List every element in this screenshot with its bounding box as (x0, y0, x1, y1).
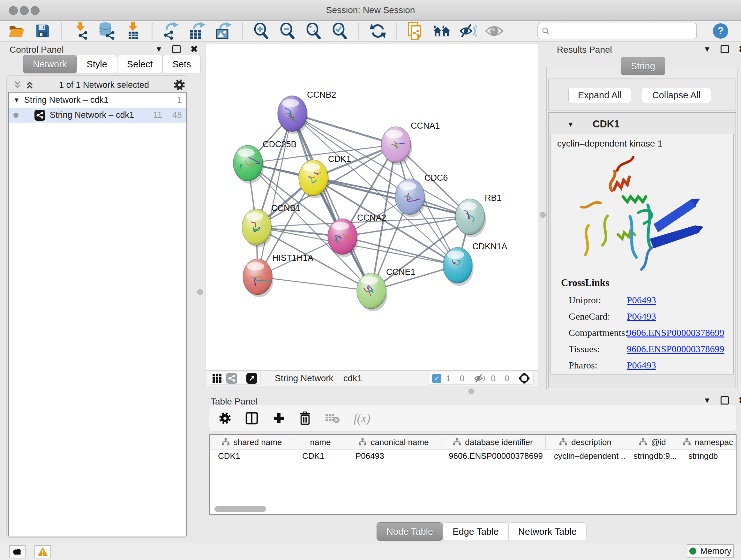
memory-button[interactable]: Memory (687, 544, 734, 558)
cloud-status-button[interactable] (9, 545, 25, 558)
table-row[interactable]: CDK1CDK1P064939606.ENSP00000378699cyclin… (210, 450, 736, 462)
table-cell[interactable]: P06493 (347, 451, 441, 461)
network-view-share-icon[interactable] (226, 373, 237, 384)
column-header-canonical-name[interactable]: canonical name (347, 435, 441, 449)
houses-button[interactable] (433, 22, 451, 40)
split-columns-icon[interactable] (245, 412, 259, 425)
tab-node-table[interactable]: Node Table (377, 522, 443, 541)
import-table-button[interactable] (124, 22, 142, 40)
selected-checkbox-icon[interactable]: ✓ (432, 374, 441, 383)
crosslink-link[interactable]: P06493 (627, 311, 656, 322)
zoom-selected-button[interactable] (331, 22, 349, 40)
import-network-database-button[interactable] (98, 22, 116, 40)
expand-all-button[interactable]: Expand All (568, 87, 631, 103)
delete-column-trash-icon[interactable] (299, 412, 311, 425)
network-node-rb1[interactable]: RB1 (455, 193, 502, 237)
control-panel-window-controls: ▼ ✖ (155, 45, 198, 54)
collapse-panel-icon[interactable]: ▼ (155, 45, 163, 54)
node-table[interactable]: shared namenamecanonical namedatabase id… (209, 434, 737, 515)
show-all-button[interactable] (485, 22, 503, 40)
table-settings-gear-icon[interactable] (219, 412, 231, 424)
table-cell[interactable]: stringdb (680, 451, 736, 461)
tab-network-table[interactable]: Network Table (509, 522, 587, 541)
import-network-file-button[interactable] (72, 22, 90, 40)
close-panel-icon[interactable]: ✖ (190, 46, 198, 52)
column-header-label: @id (651, 437, 666, 447)
export-image-button[interactable] (214, 22, 232, 40)
section-collapse-arrow-icon[interactable]: ▼ (567, 120, 574, 129)
zoom-in-button[interactable] (253, 22, 270, 40)
birdseye-crosshair-icon[interactable] (519, 373, 530, 384)
tab-select[interactable]: Select (117, 55, 163, 73)
detach-view-icon[interactable] (246, 373, 257, 384)
network-canvas[interactable]: CCNB2CCNA1CDC25BCDK1CDC6RB1CCNB1CCNA2CDK… (205, 44, 538, 370)
float-panel-icon[interactable] (721, 396, 729, 405)
node-label-cdkn1a: CDKN1A (472, 242, 508, 251)
column-header-name[interactable]: name (294, 435, 347, 449)
column-header-database-identifier[interactable]: database identifier (441, 435, 546, 449)
refresh-layout-button[interactable] (369, 22, 387, 40)
houses-icon (433, 23, 451, 39)
search-input[interactable] (553, 25, 692, 36)
network-options-gear-icon[interactable] (174, 79, 185, 91)
tab-edge-table[interactable]: Edge Table (443, 522, 509, 541)
vertical-splitter-handle[interactable] (197, 289, 203, 295)
table-cell[interactable]: CDK1 (294, 451, 347, 461)
tab-style[interactable]: Style (77, 55, 117, 73)
table-panel-window-controls: ▼ ✖ (703, 396, 741, 405)
horizontal-splitter-handle[interactable] (468, 388, 474, 394)
column-header--id[interactable]: @id (625, 435, 680, 449)
add-column-plus-icon[interactable] (273, 412, 285, 425)
crosslink-link[interactable]: 9606.ENSP00000378699 (627, 327, 724, 338)
zoom-out-button[interactable] (279, 22, 296, 40)
network-tree-child-row[interactable]: String Network – cdk1 11 48 (9, 108, 186, 123)
crosslink-row: Uniprot:P06493 (569, 295, 728, 306)
network-tree-root-row[interactable]: ▼ String Network – cdk1 1 (9, 92, 186, 108)
network-edge[interactable] (258, 277, 372, 291)
network-node-ccne1[interactable]: CCNE1 (357, 267, 415, 311)
table-cell[interactable]: stringdb:9... (625, 451, 680, 461)
grid-view-icon[interactable] (212, 374, 222, 383)
duplicate-network-button[interactable] (407, 22, 425, 40)
table-cell[interactable]: cyclin–dependent ... (546, 451, 625, 461)
hidden-node-edge-counts: 0 – 0 (491, 374, 509, 383)
float-panel-icon[interactable] (172, 45, 181, 53)
float-panel-icon[interactable] (721, 45, 729, 53)
network-edge[interactable] (258, 114, 292, 277)
collapse-panel-icon[interactable]: ▼ (703, 45, 711, 54)
expand-all-chevrons-icon[interactable] (13, 80, 22, 90)
tab-string[interactable]: String (621, 57, 665, 75)
results-splitter-handle[interactable] (540, 212, 546, 218)
column-header-shared-name[interactable]: shared name (210, 435, 294, 449)
column-header-description[interactable]: description (546, 435, 625, 449)
crosslink-link[interactable]: P06493 (627, 360, 656, 371)
search-field[interactable] (537, 23, 697, 39)
crosslink-link[interactable]: P06493 (627, 295, 656, 306)
network-edge[interactable] (292, 114, 372, 291)
close-panel-icon[interactable]: ✖ (738, 397, 741, 403)
help-button[interactable]: ? (713, 23, 728, 39)
network-node-cdkn1a[interactable]: CDKN1A (443, 242, 508, 286)
horizontal-scrollbar-thumb[interactable] (214, 506, 266, 512)
collapse-panel-icon[interactable]: ▼ (703, 396, 711, 405)
network-node-cdc6[interactable]: CDC6 (395, 173, 448, 217)
tab-sets[interactable]: Sets (162, 55, 201, 73)
collapse-all-button[interactable]: Collapse All (642, 87, 711, 103)
open-session-button[interactable] (8, 22, 25, 40)
save-session-button[interactable] (34, 22, 52, 40)
column-header-namespac[interactable]: namespac (680, 435, 736, 449)
collection-count: 1 (177, 95, 182, 105)
collapse-all-chevrons-icon[interactable] (25, 80, 35, 90)
export-network-button[interactable] (162, 22, 180, 40)
crosslink-link[interactable]: 9606.ENSP00000378699 (627, 344, 724, 354)
tree-expand-arrow-icon[interactable]: ▼ (13, 97, 20, 104)
table-cell[interactable]: 9606.ENSP00000378699 (441, 451, 546, 461)
zoom-fit-button[interactable] (305, 22, 323, 40)
close-panel-icon[interactable]: ✖ (738, 46, 741, 52)
network-node-hist1h1a[interactable]: HIST1H1A (243, 253, 313, 297)
tab-network[interactable]: Network (23, 55, 77, 73)
hide-selected-button[interactable] (459, 22, 477, 40)
table-cell[interactable]: CDK1 (210, 451, 294, 461)
export-table-button[interactable] (188, 22, 206, 40)
warnings-button[interactable] (35, 545, 51, 558)
